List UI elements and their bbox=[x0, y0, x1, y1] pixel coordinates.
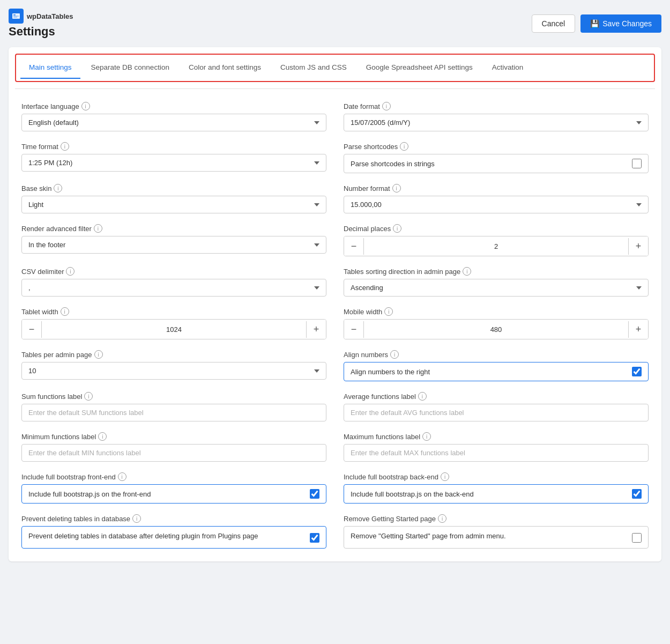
parse-shortcodes-info-icon[interactable]: i bbox=[400, 142, 408, 151]
field-tables-sorting: Tables sorting direction in admin page i… bbox=[344, 267, 649, 297]
bootstrap-backend-checkbox[interactable] bbox=[632, 489, 642, 499]
csv-delimiter-select[interactable]: , bbox=[21, 279, 326, 297]
svg-rect-2 bbox=[13, 16, 19, 17]
decimal-places-stepper: − 2 + bbox=[344, 236, 649, 256]
parse-shortcodes-checkbox[interactable] bbox=[632, 159, 642, 168]
tablet-width-info-icon[interactable]: i bbox=[61, 307, 69, 316]
max-functions-input[interactable] bbox=[344, 444, 649, 462]
tab-color-font[interactable]: Color and font settings bbox=[180, 57, 270, 79]
field-prevent-deleting: Prevent deleting tables in database i Pr… bbox=[21, 514, 326, 549]
remove-getting-started-info-icon[interactable]: i bbox=[438, 514, 446, 523]
time-format-select[interactable]: 1:25 PM (12h) bbox=[21, 154, 326, 172]
date-format-label: Date format i bbox=[344, 102, 649, 110]
date-format-select[interactable]: 15/07/2005 (d/m/Y) bbox=[344, 114, 649, 131]
tables-sorting-select[interactable]: Ascending bbox=[344, 279, 649, 297]
tables-per-page-info-icon[interactable]: i bbox=[94, 350, 103, 359]
avg-functions-input[interactable] bbox=[344, 404, 649, 421]
field-tablet-width: Tablet width i − 1024 + bbox=[21, 307, 326, 339]
parse-shortcodes-checkbox-label: Parse shortcodes in strings bbox=[351, 160, 628, 168]
number-format-select[interactable]: 15.000,00 bbox=[344, 196, 649, 213]
decimal-places-increment[interactable]: + bbox=[629, 236, 648, 256]
render-advanced-filter-select[interactable]: In the footer bbox=[21, 236, 326, 254]
date-format-info-icon[interactable]: i bbox=[382, 102, 391, 110]
tablet-width-stepper: − 1024 + bbox=[21, 319, 326, 339]
tablet-width-decrement[interactable]: − bbox=[22, 320, 41, 339]
cancel-button[interactable]: Cancel bbox=[532, 14, 576, 33]
mobile-width-info-icon[interactable]: i bbox=[384, 307, 393, 316]
number-format-info-icon[interactable]: i bbox=[392, 184, 401, 193]
prevent-deleting-checkbox[interactable] bbox=[310, 533, 319, 543]
prevent-deleting-info-icon[interactable]: i bbox=[132, 514, 141, 523]
settings-card: Main settings Separate DB connection Col… bbox=[9, 47, 661, 561]
avg-functions-label-label: Average functions label i bbox=[344, 392, 649, 401]
save-button[interactable]: 💾 Save Changes bbox=[580, 14, 661, 33]
remove-getting-started-label: Remove Getting Started page i bbox=[344, 514, 649, 523]
tables-sorting-info-icon[interactable]: i bbox=[463, 267, 471, 276]
remove-getting-started-checkbox[interactable] bbox=[632, 533, 642, 543]
field-parse-shortcodes: Parse shortcodes i Parse shortcodes in s… bbox=[344, 142, 649, 173]
mobile-width-decrement[interactable]: − bbox=[344, 320, 363, 339]
base-skin-info-icon[interactable]: i bbox=[54, 184, 62, 193]
field-number-format: Number format i 15.000,00 bbox=[344, 184, 649, 213]
decimal-places-info-icon[interactable]: i bbox=[393, 224, 401, 233]
csv-delimiter-info-icon[interactable]: i bbox=[66, 267, 75, 276]
tab-separate-db[interactable]: Separate DB connection bbox=[83, 57, 178, 79]
logo-icon bbox=[9, 9, 24, 24]
interface-language-label: Interface language i bbox=[21, 102, 326, 110]
csv-delimiter-label: CSV delimiter i bbox=[21, 267, 326, 276]
max-functions-label-label: Maximum functions label i bbox=[344, 432, 649, 441]
bootstrap-backend-label: Include full bootstrap back-end i bbox=[344, 472, 649, 481]
min-functions-input[interactable] bbox=[21, 444, 326, 462]
parse-shortcodes-row: Parse shortcodes in strings bbox=[344, 154, 649, 173]
field-sum-functions-label: Sum functions label i bbox=[21, 392, 326, 421]
bootstrap-frontend-checkbox-label: Include full bootstrap.js on the front-e… bbox=[28, 490, 306, 498]
sum-functions-input[interactable] bbox=[21, 404, 326, 421]
tabs: Main settings Separate DB connection Col… bbox=[16, 57, 654, 79]
base-skin-select[interactable]: Light bbox=[21, 196, 326, 213]
tables-sorting-label: Tables sorting direction in admin page i bbox=[344, 267, 649, 276]
decimal-places-label: Decimal places i bbox=[344, 224, 649, 233]
tab-activation[interactable]: Activation bbox=[483, 57, 532, 79]
field-avg-functions-label: Average functions label i bbox=[344, 392, 649, 421]
avg-functions-info-icon[interactable]: i bbox=[418, 392, 427, 401]
tablet-width-increment[interactable]: + bbox=[307, 320, 326, 339]
field-interface-language: Interface language i English (default) bbox=[21, 102, 326, 131]
interface-language-select[interactable]: English (default) bbox=[21, 114, 326, 131]
align-numbers-checkbox[interactable] bbox=[632, 367, 642, 376]
align-numbers-info-icon[interactable]: i bbox=[390, 350, 399, 359]
number-format-label: Number format i bbox=[344, 184, 649, 193]
field-mobile-width: Mobile width i − 480 + bbox=[344, 307, 649, 339]
save-icon: 💾 bbox=[590, 19, 599, 28]
bootstrap-backend-checkbox-label: Include full bootstrap.js on the back-en… bbox=[351, 490, 628, 498]
align-numbers-label: Align numbers i bbox=[344, 350, 649, 359]
bootstrap-frontend-checkbox[interactable] bbox=[310, 489, 319, 499]
svg-rect-1 bbox=[13, 14, 16, 16]
tab-main-settings[interactable]: Main settings bbox=[20, 57, 80, 79]
align-numbers-row: Align numbers to the right bbox=[344, 362, 649, 381]
min-functions-info-icon[interactable]: i bbox=[98, 432, 107, 441]
prevent-deleting-row: Prevent deleting tables in database afte… bbox=[21, 526, 326, 549]
tables-per-page-select[interactable]: 10 bbox=[21, 362, 326, 380]
bootstrap-frontend-row: Include full bootstrap.js on the front-e… bbox=[21, 484, 326, 504]
tab-custom-js-css[interactable]: Custom JS and CSS bbox=[272, 57, 355, 79]
render-advanced-filter-info-icon[interactable]: i bbox=[94, 224, 102, 233]
settings-form: Interface language i English (default) D… bbox=[21, 102, 649, 549]
field-date-format: Date format i 15/07/2005 (d/m/Y) bbox=[344, 102, 649, 131]
time-format-info-icon[interactable]: i bbox=[61, 142, 69, 151]
bootstrap-backend-info-icon[interactable]: i bbox=[441, 472, 449, 481]
mobile-width-value: 480 bbox=[363, 321, 629, 338]
sum-functions-info-icon[interactable]: i bbox=[84, 392, 93, 401]
header-actions: Cancel 💾 Save Changes bbox=[532, 14, 661, 33]
sum-functions-label-label: Sum functions label i bbox=[21, 392, 326, 401]
interface-language-info-icon[interactable]: i bbox=[81, 102, 90, 110]
tab-google-api[interactable]: Google Spreadsheet API settings bbox=[358, 57, 481, 79]
min-functions-label-label: Minimum functions label i bbox=[21, 432, 326, 441]
time-format-label: Time format i bbox=[21, 142, 326, 151]
remove-getting-started-row: Remove "Getting Started" page from admin… bbox=[344, 526, 649, 549]
bootstrap-frontend-info-icon[interactable]: i bbox=[118, 472, 126, 481]
field-max-functions-label: Maximum functions label i bbox=[344, 432, 649, 462]
max-functions-info-icon[interactable]: i bbox=[422, 432, 431, 441]
mobile-width-increment[interactable]: + bbox=[629, 320, 648, 339]
decimal-places-decrement[interactable]: − bbox=[344, 236, 363, 256]
mobile-width-stepper: − 480 + bbox=[344, 319, 649, 339]
